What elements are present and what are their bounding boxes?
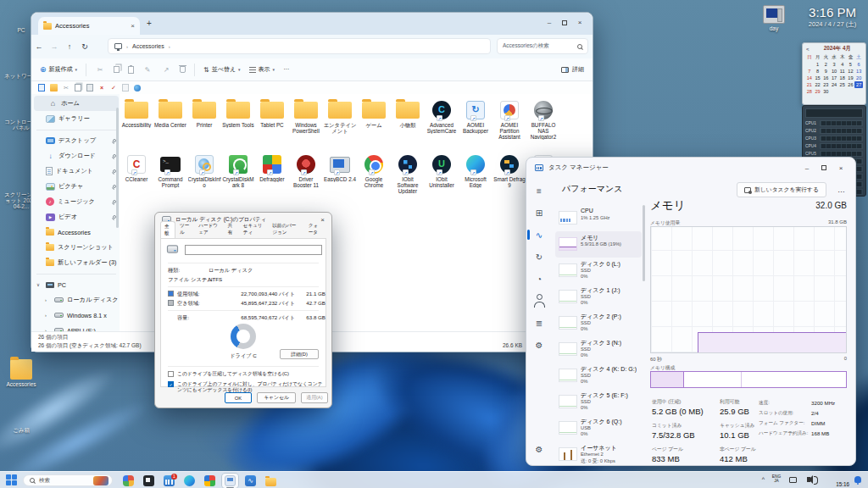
network-icon[interactable]	[789, 477, 797, 483]
run-new-task-button[interactable]: 新しいタスクを実行する	[737, 182, 826, 197]
file-item[interactable]: Tablet PC	[255, 97, 289, 152]
taskbar-app-icon[interactable]	[141, 474, 157, 488]
file-item[interactable]: Command Prompt	[153, 152, 187, 206]
view-button[interactable]: 表示 ▾	[249, 65, 275, 74]
calendar-day[interactable]: 10	[830, 68, 838, 75]
classic-toolbar-icon[interactable]	[75, 84, 81, 92]
calendar-day[interactable]: 21	[805, 81, 814, 88]
sidebar-item[interactable]	[31, 270, 121, 277]
calendar-day[interactable]: 27	[854, 81, 863, 88]
classic-toolbar-icon[interactable]: ×	[98, 84, 105, 92]
file-item[interactable]: CrystalDiskInfo	[187, 152, 221, 206]
sidebar-item[interactable]: ダウンロード	[31, 148, 121, 164]
taskbar-app-icon[interactable]	[222, 474, 238, 488]
maximize-button[interactable]	[562, 20, 567, 25]
calendar-day[interactable]: 15	[814, 75, 822, 81]
sidebar-item[interactable]: ギャラリー	[31, 111, 121, 126]
file-item[interactable]: エンタテインメント	[323, 97, 357, 152]
paste-icon[interactable]	[128, 66, 134, 74]
file-item[interactable]: Windows PowerShell	[289, 97, 323, 152]
dialog-tab[interactable]: ハードウェア	[194, 220, 223, 238]
file-item[interactable]: AOMEI Partition Assistant 10.3.1	[492, 97, 526, 152]
file-item[interactable]: Accessibility	[120, 97, 153, 152]
file-item[interactable]: Google Chrome	[357, 152, 391, 206]
rail-item[interactable]	[530, 291, 548, 310]
search-input[interactable]: Accessoriesの検索	[497, 38, 588, 54]
tray-clock[interactable]: 15:16 2024/04/27	[812, 474, 849, 488]
file-item[interactable]: CCleaner	[120, 152, 153, 206]
taskbar-app-icon[interactable]	[263, 474, 279, 488]
compress-checkbox[interactable]	[168, 371, 174, 377]
ok-button[interactable]: OK	[225, 392, 252, 403]
tree-caret[interactable]: ›	[45, 313, 51, 318]
minimize-button[interactable]: –	[801, 164, 813, 172]
refresh-icon[interactable]: ↻	[77, 42, 92, 51]
sidebar-item[interactable]: 新しいフォルダー (3)	[31, 255, 121, 270]
calendar-day[interactable]	[854, 88, 863, 95]
calendar-day[interactable]: 28	[805, 88, 814, 95]
rail-item[interactable]	[530, 181, 548, 200]
calendar-day[interactable]: 23	[821, 81, 830, 88]
index-checkbox[interactable]	[168, 381, 174, 387]
performance-list-item[interactable]: ディスク 2 (P:) SSD 0%	[555, 310, 642, 336]
calendar-day[interactable]: 25	[838, 81, 847, 88]
calendar-day[interactable]: 12	[847, 68, 855, 75]
file-item[interactable]: Media Center	[153, 97, 187, 152]
calendar-day[interactable]	[838, 88, 847, 95]
new-button[interactable]: ⊕ 新規作成 ▾	[40, 65, 77, 74]
sidebar-item[interactable]	[31, 126, 121, 133]
tree-caret[interactable]: ›	[45, 297, 51, 302]
file-item[interactable]: 小物類	[391, 97, 425, 152]
sidebar-item[interactable]: ミュージック	[31, 194, 121, 209]
calendar-prev-icon[interactable]: <	[806, 47, 810, 52]
performance-list-item[interactable]: ディスク 5 (E: F:) SSD 0%	[555, 389, 642, 415]
file-item[interactable]: BUFFALO NAS Navigator2	[526, 97, 560, 152]
calendar-day[interactable]: 3	[830, 61, 838, 68]
dialog-tab[interactable]: 以前のバージョン	[268, 220, 303, 238]
sidebar-item[interactable]: ドキュメント	[31, 164, 121, 179]
calendar-day[interactable]: 16	[821, 75, 830, 81]
close-button[interactable]: ×	[574, 19, 586, 26]
calendar-day[interactable]: 1	[814, 61, 822, 68]
cancel-button[interactable]: キャンセル	[257, 392, 296, 403]
calendar-day[interactable]: 26	[847, 81, 855, 88]
taskbar-app-icon[interactable]	[202, 474, 218, 488]
minimize-button[interactable]: –	[543, 19, 555, 26]
more-options-button[interactable]: …	[837, 186, 845, 194]
rail-item[interactable]	[530, 313, 548, 332]
delete-icon[interactable]	[180, 66, 186, 73]
performance-list-item[interactable]: ディスク 0 (L:) SSD 0%	[555, 258, 642, 284]
sidebar-item[interactable]: Accessories	[31, 225, 121, 240]
performance-list-item[interactable]: イーサネット Ethernet 2 送: 0 受: 0 Kbps	[555, 441, 642, 465]
calendar-day[interactable]: 19	[847, 75, 855, 81]
rail-item[interactable]	[530, 225, 548, 244]
up-icon[interactable]: ↑	[62, 42, 77, 51]
classic-toolbar-icon[interactable]	[134, 85, 141, 92]
performance-list-item[interactable]: CPU 1% 1.25 GHz	[555, 205, 642, 231]
explorer-tab[interactable]: Accessories ×	[38, 17, 140, 35]
dialog-tab[interactable]: クォータ	[304, 220, 326, 238]
file-item[interactable]: EasyBCD 2.4	[323, 152, 357, 206]
maximize-button[interactable]	[821, 165, 826, 170]
copy-icon[interactable]	[114, 66, 120, 73]
close-button[interactable]: ×	[835, 164, 847, 172]
dialog-tab[interactable]: 共有	[224, 220, 239, 238]
classic-toolbar-icon[interactable]	[38, 84, 45, 92]
file-item[interactable]: IObit Uninstaller	[425, 152, 459, 206]
performance-list-item[interactable]: ディスク 3 (N:) SSD 0%	[555, 336, 642, 363]
sidebar-item[interactable]: スクリーンショット	[31, 240, 121, 255]
cut-icon[interactable]: ✂	[95, 66, 105, 74]
calendar-day[interactable]: 18	[838, 75, 847, 81]
calendar-day[interactable]: 17	[830, 75, 838, 81]
file-item[interactable]: Defraggler	[255, 152, 289, 206]
rail-item[interactable]	[530, 247, 548, 266]
dialog-tab[interactable]: セキュリティ	[239, 220, 269, 238]
calendar-day[interactable]: 13	[854, 68, 863, 75]
performance-list-item[interactable]: メモリ 5.9/31.8 GB (19%)	[555, 231, 642, 258]
forward-icon[interactable]: →	[47, 42, 62, 51]
calendar-day[interactable]: 20	[854, 75, 863, 81]
back-icon[interactable]: ←	[31, 42, 47, 51]
notification-bell-icon[interactable]	[854, 476, 861, 483]
sidebar-item[interactable]: ピクチャ	[31, 179, 121, 194]
calendar-day[interactable]: 30	[821, 88, 830, 95]
